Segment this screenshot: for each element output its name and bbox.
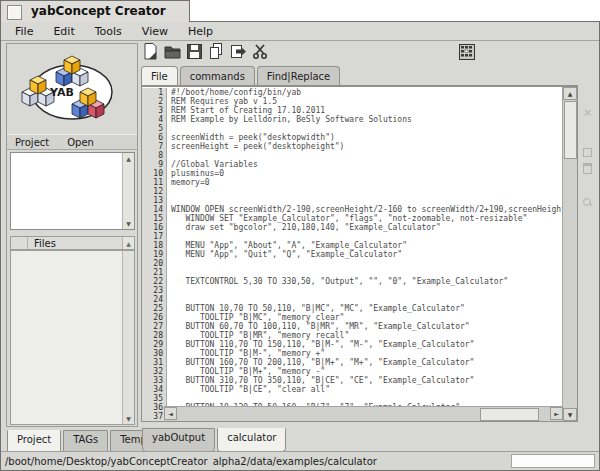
search-icon[interactable] (583, 198, 591, 206)
status-bar: /boot/home/Desktop/yabConceptCreator_alp… (1, 451, 599, 470)
code-line: 17 (142, 232, 563, 241)
code-line: 25 BUTTON 10,70 TO 50,110, "B|MC", "MC",… (142, 304, 563, 313)
vertical-scroll-thumb[interactable] (564, 101, 577, 159)
calculator-icon[interactable] (456, 41, 477, 62)
code-line: 7screenHeight = peek("desktopheight") (142, 142, 563, 151)
scroll-down-icon[interactable]: ▼ (123, 414, 134, 423)
scroll-up-icon[interactable]: ▲ (122, 237, 134, 249)
code-lines: 1#!/boot/home/config/bin/yab2REM Require… (142, 88, 563, 421)
toolbar (141, 42, 441, 63)
menu-item-tools[interactable]: Tools (85, 25, 132, 38)
project-menu-project[interactable]: Project (15, 137, 49, 148)
bottom-tab-calculator[interactable]: calculator (217, 428, 286, 452)
code-line: 4REM Example by Lelldorin, BeSly Softwar… (142, 115, 563, 124)
horizontal-scroll-thumb[interactable] (480, 408, 539, 421)
scroll-down-button[interactable]: ▼ (563, 408, 577, 421)
code-editor[interactable]: 1#!/boot/home/config/bin/yab2REM Require… (141, 86, 578, 422)
status-path: /boot/home/Desktop/yabConceptCreator_alp… (1, 456, 511, 467)
code-line: 26 TOOLTIP "B|MC", "memory clear" (142, 313, 563, 322)
window-title: yabConcept Creator (31, 4, 166, 18)
code-line: 35 (142, 394, 563, 403)
save-icon[interactable] (185, 42, 204, 61)
bottom-tab-bar: yabOutputcalculator (142, 428, 288, 452)
code-line: 28 TOOLTIP "B|MR", "memory recall" (142, 331, 563, 340)
menu-bar: FileEditToolsViewHelp (1, 22, 599, 41)
yab-logo-text: YAB (49, 86, 74, 99)
code-line: 27 BUTTON 60,70 TO 100,110, "B|MR", "MR"… (142, 322, 563, 331)
code-line: 32 TOOLTIP "B|M+", "memory -" (142, 367, 563, 376)
close-icon[interactable]: × (583, 108, 592, 118)
code-line: 2REM Requires yab v 1.5 (142, 97, 563, 106)
code-line: 20 (142, 259, 563, 268)
code-line: 24 (142, 295, 563, 304)
menu-item-edit[interactable]: Edit (43, 25, 84, 38)
files-list-scrollbar[interactable]: ▼ (122, 251, 134, 424)
new-file-icon[interactable] (141, 42, 160, 61)
yab-logo: YAB (8, 45, 136, 133)
menu-item-file[interactable]: File (5, 25, 43, 38)
project-menu: ProjectOpen (7, 134, 137, 150)
code-line: 8 (142, 151, 563, 160)
copy-icon[interactable] (207, 42, 226, 61)
code-line: 9//Global Variables (142, 160, 563, 169)
project-menu-open[interactable]: Open (67, 137, 94, 148)
scroll-left-button[interactable]: ◄ (164, 407, 177, 420)
horizontal-scrollbar[interactable]: ◄ ► (164, 406, 563, 421)
code-line: 19 MENU "App", "Quit", "Q", "Example_Cal… (142, 250, 563, 259)
code-line: 22 TEXTCONTROL 5,30 TO 330,50, "Output",… (142, 277, 563, 286)
code-line: 23 (142, 286, 563, 295)
code-line: 33 BUTTON 310,70 TO 350,110, "B|CE", "CE… (142, 376, 563, 385)
bottom-tab-yaboutput[interactable]: yabOutput (142, 428, 215, 452)
window-icon[interactable] (583, 163, 592, 174)
code-line: 10plusminus=0 (142, 169, 563, 178)
files-header: Files ▲ (10, 236, 135, 250)
code-line: 12 (142, 187, 563, 196)
scroll-down-icon[interactable]: ▼ (123, 219, 134, 228)
right-icon-strip: × (580, 86, 598, 422)
code-line: 6screenWidth = peek("desktopwidth") (142, 133, 563, 142)
stop-icon[interactable] (583, 148, 592, 157)
code-line: 5 (142, 124, 563, 133)
code-line: 30 TOOLTIP "B|M-", "memory +" (142, 349, 563, 358)
code-line: 18 MENU "App", "About", "A", "Example_Ca… (142, 241, 563, 250)
code-line: 13 (142, 196, 563, 205)
code-line: 3REM Start of Creating 17.10.2011 (142, 106, 563, 115)
code-line: 11memory=0 (142, 178, 563, 187)
menu-item-view[interactable]: View (132, 25, 178, 38)
code-line: 1#!/boot/home/config/bin/yab (142, 88, 563, 97)
code-line: 29 BUTTON 110,70 TO 150,110, "B|M-", "M-… (142, 340, 563, 349)
code-line: 31 BUTTON 160,70 TO 200,110, "B|M+", "M+… (142, 358, 563, 367)
code-line: 21 (142, 268, 563, 277)
paste-icon[interactable] (229, 42, 248, 61)
title-tab[interactable]: yabConcept Creator (0, 0, 190, 22)
code-line: 14WINDOW OPEN screenWidth/2-190,screenHe… (142, 205, 563, 214)
editor-tab-bar: FilecommandsFind|Replace (141, 67, 578, 86)
window-body: FileEditToolsViewHelp (0, 21, 600, 471)
scroll-up-button[interactable]: ▲ (563, 87, 577, 100)
project-list-scrollbar[interactable]: ▲ ▼ (122, 153, 134, 229)
app-window: FileEditToolsViewHelp (0, 0, 600, 471)
vertical-scrollbar[interactable]: ▲ ▼ (562, 87, 577, 421)
project-list[interactable]: ▲ ▼ (10, 152, 135, 230)
cut-icon[interactable] (251, 42, 270, 61)
open-folder-icon[interactable] (163, 42, 182, 61)
scroll-right-button[interactable]: ► (550, 407, 563, 420)
code-line: 15 WINDOW SET "Example_Calculator", "fla… (142, 214, 563, 223)
files-list[interactable]: ▼ (10, 250, 135, 425)
editor-tab-find-replace[interactable]: Find|Replace (257, 66, 340, 85)
scroll-up-icon[interactable]: ▲ (123, 154, 134, 163)
sidebar: YAB ProjectOpen ▲ ▼ Files ▲ ▼ (6, 43, 138, 427)
code-line: 16 draw set "bgcolor", 210,180,140, "Exa… (142, 223, 563, 232)
files-header-spacer (11, 237, 28, 249)
close-box-icon[interactable] (7, 5, 22, 20)
editor-tab-commands[interactable]: commands (180, 66, 255, 85)
code-line: 34 TOOLTIP "B|CE", "clear all" (142, 385, 563, 394)
status-progress-box (511, 454, 595, 468)
editor-tab-file[interactable]: File (141, 66, 178, 85)
menu-item-help[interactable]: Help (178, 25, 223, 38)
files-header-label: Files (28, 238, 122, 249)
